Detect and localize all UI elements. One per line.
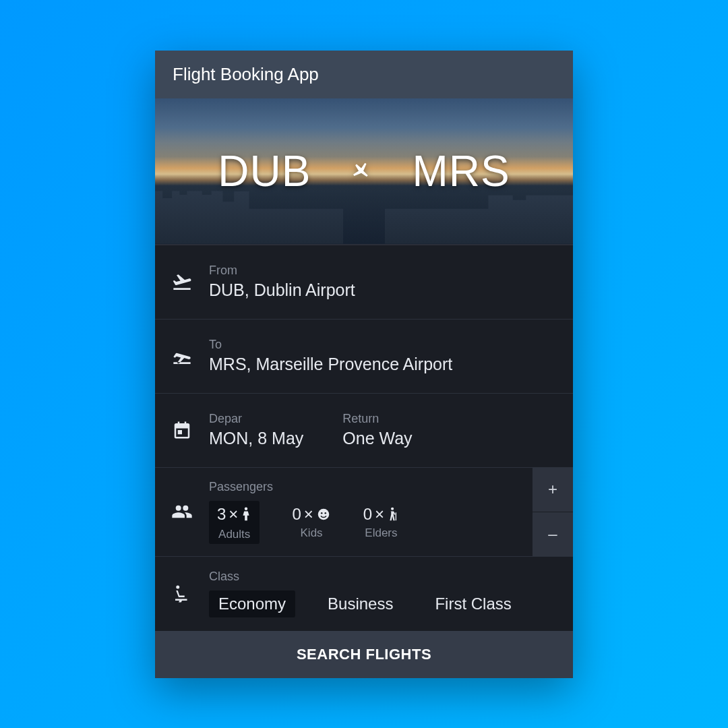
elders-count: 0 (363, 505, 372, 524)
stepper-plus[interactable]: + (533, 468, 573, 512)
class-option-business[interactable]: Business (318, 590, 402, 617)
class-option-economy[interactable]: Economy (209, 590, 295, 617)
passengers-elders[interactable]: 0 × Elders (363, 505, 399, 540)
svg-point-0 (245, 507, 247, 510)
passengers-kids[interactable]: 0 × Kids (292, 505, 330, 540)
to-value: MRS, Marseille Provence Airport (209, 355, 566, 374)
people-icon (155, 468, 209, 556)
depart-label: Depar (209, 412, 303, 426)
from-row[interactable]: From DUB, Dublin Airport (155, 245, 573, 320)
kids-count: 0 (292, 505, 301, 524)
adults-sub: Adults (218, 528, 250, 541)
return-label: Return (342, 412, 412, 426)
from-value: DUB, Dublin Airport (209, 280, 566, 300)
calendar-icon (155, 394, 209, 467)
flight-land-icon (155, 320, 209, 393)
class-label: Class (209, 570, 566, 584)
app-title: Flight Booking App (173, 64, 319, 84)
depart-value: MON, 8 May (209, 429, 303, 448)
hero-destination-code: MRS (412, 146, 510, 196)
svg-point-3 (324, 512, 326, 514)
from-label: From (209, 264, 566, 278)
dates-row[interactable]: Depar MON, 8 May Return One Way (155, 394, 573, 468)
class-options: Economy Business First Class (209, 590, 566, 617)
flight-booking-app: Flight Booking App DUB MRS From DUB, Dub… (155, 51, 573, 678)
svg-point-4 (391, 507, 394, 510)
kid-icon (316, 507, 331, 522)
app-titlebar: Flight Booking App (155, 51, 573, 98)
flight-takeoff-icon (155, 245, 209, 319)
seat-icon (155, 557, 209, 631)
adults-count: 3 (217, 505, 226, 524)
svg-point-2 (321, 512, 323, 514)
class-option-first[interactable]: First Class (425, 590, 520, 617)
svg-rect-5 (396, 512, 396, 520)
kids-sub: Kids (301, 526, 323, 540)
airplane-icon (351, 161, 371, 181)
to-row[interactable]: To MRS, Marseille Provence Airport (155, 320, 573, 394)
hero-banner: DUB MRS (155, 98, 573, 245)
search-flights-button[interactable]: SEARCH FLIGHTS (155, 631, 573, 678)
hero-origin-code: DUB (218, 146, 311, 196)
svg-point-1 (318, 508, 330, 520)
class-row: Class Economy Business First Class (155, 557, 573, 631)
to-label: To (209, 338, 566, 352)
passengers-row: Passengers 3 × Adults (155, 468, 573, 557)
adult-icon (241, 507, 251, 522)
passenger-stepper: + – (533, 468, 573, 556)
passengers-label: Passengers (209, 480, 526, 494)
passengers-adults[interactable]: 3 × Adults (209, 501, 260, 544)
elder-icon (387, 507, 399, 522)
elders-sub: Elders (365, 526, 397, 540)
stepper-minus[interactable]: – (533, 512, 573, 556)
return-value: One Way (342, 429, 412, 448)
